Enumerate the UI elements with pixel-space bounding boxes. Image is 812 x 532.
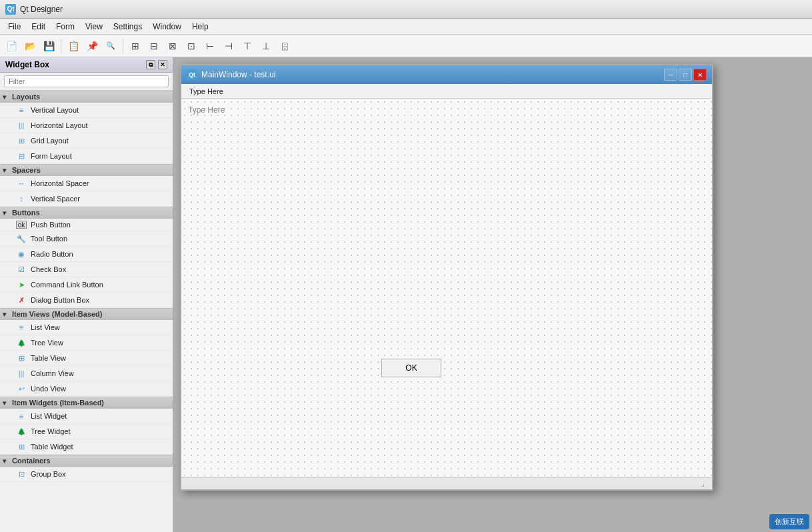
grid-layout-icon: ⊞ [16, 135, 27, 146]
section-item-views[interactable]: Item Views (Model-Based) [0, 308, 173, 320]
toolbar-layout3-btn[interactable]: ⊠ [164, 37, 181, 55]
widget-box-close-btn[interactable]: ✕ [158, 60, 167, 69]
widget-label: List View [31, 323, 60, 331]
toolbar-layout4-btn[interactable]: ⊡ [183, 37, 200, 55]
widget-item-tool-button[interactable]: 🔧 Tool Button [0, 231, 173, 247]
toolbar-open-btn[interactable]: 📂 [21, 37, 39, 55]
widget-item-horizontal-layout[interactable]: ||| Horizontal Layout [0, 118, 173, 133]
qt-maximize-btn[interactable]: □ [679, 69, 692, 81]
qt-window-controls: ─ □ ✕ [664, 69, 707, 81]
widget-item-vertical-spacer[interactable]: ↕ Vertical Spacer [0, 191, 173, 207]
toolbar-sep2 [123, 39, 123, 53]
watermark: 创新互联 [769, 514, 809, 529]
widget-item-form-layout[interactable]: ⊟ Form Layout [0, 149, 173, 164]
widget-item-radio-button[interactable]: ◉ Radio Button [0, 247, 173, 262]
qt-window-titlebar: Qt MainWindow - test.ui ─ □ ✕ [181, 65, 712, 84]
push-button-icon: ok [16, 221, 27, 229]
widget-item-undo-view[interactable]: ↩ Undo View [0, 381, 173, 397]
qt-minimize-btn[interactable]: ─ [664, 69, 677, 81]
widget-item-list-view[interactable]: ≡ List View [0, 320, 173, 335]
widget-label: Tree Widget [31, 427, 71, 435]
filter-box [0, 73, 173, 91]
widget-item-table-view[interactable]: ⊞ Table View [0, 351, 173, 366]
qt-menu-type-here[interactable]: Type Here [184, 86, 229, 97]
menu-bar: File Edit Form View Settings Window Help [0, 19, 812, 35]
section-containers[interactable]: Containers [0, 455, 173, 467]
section-item-widgets[interactable]: Item Widgets (Item-Based) [0, 397, 173, 409]
toolbar-layout1-btn[interactable]: ⊞ [127, 37, 144, 55]
section-layouts[interactable]: Layouts [0, 91, 173, 103]
resize-handle-icon[interactable]: ⌟ [701, 480, 709, 488]
vertical-spacer-icon: ↕ [16, 193, 27, 204]
widget-item-group-box[interactable]: ⊡ Group Box [0, 467, 173, 482]
toolbar-save-btn[interactable]: 💾 [40, 37, 57, 55]
toolbar-preview-btn[interactable]: 🔍 [102, 37, 119, 55]
qt-window-menu: Type Here [181, 84, 712, 99]
menu-window[interactable]: Window [147, 21, 187, 33]
widget-box-float-btn[interactable]: ⧉ [146, 60, 155, 69]
table-view-icon: ⊞ [16, 353, 27, 363]
table-widget-icon: ⊞ [16, 441, 27, 452]
menu-form[interactable]: Form [51, 21, 80, 33]
group-box-icon: ⊡ [16, 469, 27, 479]
widget-label: Horizontal Layout [31, 121, 88, 129]
widget-item-list-widget[interactable]: ≡ List Widget [0, 409, 173, 424]
dialog-button-box-icon: ✗ [16, 295, 27, 305]
form-layout-icon: ⊟ [16, 151, 27, 161]
widget-list: Layouts ≡ Vertical Layout ||| Horizontal… [0, 91, 173, 532]
widget-box-controls: ⧉ ✕ [146, 60, 167, 69]
app-titlebar: Qt Qt Designer [0, 0, 812, 19]
qt-window-statusbar: ⌟ [181, 477, 712, 489]
menu-file[interactable]: File [3, 21, 26, 33]
toolbar-new-btn[interactable]: 📄 [3, 37, 20, 55]
check-box-icon: ☑ [16, 264, 27, 275]
widget-item-dialog-button-box[interactable]: ✗ Dialog Button Box [0, 293, 173, 308]
toolbar-layout5-btn[interactable]: ⊢ [201, 37, 219, 55]
widget-item-tree-view[interactable]: 🌲 Tree View [0, 335, 173, 351]
toolbar-copy-btn[interactable]: 📋 [65, 37, 82, 55]
widget-item-table-widget[interactable]: ⊞ Table Widget [0, 439, 173, 455]
qt-close-btn[interactable]: ✕ [693, 69, 707, 81]
widget-label: Column View [31, 369, 74, 377]
widget-item-command-link-button[interactable]: ➤ Command Link Button [0, 277, 173, 293]
widget-item-horizontal-spacer[interactable]: ↔ Horizontal Spacer [0, 176, 173, 191]
filter-input[interactable] [4, 75, 169, 87]
section-spacers[interactable]: Spacers [0, 164, 173, 176]
widget-label: Check Box [31, 265, 66, 273]
qt-canvas[interactable]: Type Here OK [181, 99, 712, 477]
canvas-area: Qt MainWindow - test.ui ─ □ ✕ Type Here … [173, 57, 812, 532]
qt-window: Qt MainWindow - test.ui ─ □ ✕ Type Here … [180, 64, 713, 491]
qt-window-title: MainWindow - test.ui [201, 70, 275, 79]
qt-window-icon: Qt [187, 69, 197, 80]
toolbar-layout8-btn[interactable]: ⊥ [257, 37, 275, 55]
toolbar-layout2-btn[interactable]: ⊟ [145, 37, 163, 55]
widget-item-tree-widget[interactable]: 🌲 Tree Widget [0, 424, 173, 439]
toolbar-layout9-btn[interactable]: ⌹ [276, 37, 293, 55]
widget-label: Horizontal Spacer [31, 179, 89, 187]
menu-edit[interactable]: Edit [26, 21, 51, 33]
widget-label: Table View [31, 354, 66, 362]
menu-help[interactable]: Help [187, 21, 214, 33]
toolbar-layout6-btn[interactable]: ⊣ [220, 37, 237, 55]
widget-item-check-box[interactable]: ☑ Check Box [0, 262, 173, 277]
vertical-layout-icon: ≡ [16, 105, 27, 115]
widget-item-column-view[interactable]: ||| Column View [0, 366, 173, 381]
qt-window-title-left: Qt MainWindow - test.ui [187, 69, 275, 80]
section-buttons[interactable]: Buttons [0, 207, 173, 219]
toolbar-layout7-btn[interactable]: ⊤ [239, 37, 256, 55]
horizontal-spacer-icon: ↔ [16, 178, 27, 189]
widget-box-panel: Widget Box ⧉ ✕ Layouts ≡ Vertical Layout… [0, 57, 173, 532]
widget-item-grid-layout[interactable]: ⊞ Grid Layout [0, 133, 173, 149]
widget-label: Undo View [31, 385, 66, 393]
tree-view-icon: 🌲 [16, 337, 27, 348]
widget-item-push-button[interactable]: ok Push Button [0, 219, 173, 231]
toolbar-paste-btn[interactable]: 📌 [83, 37, 101, 55]
widget-item-vertical-layout[interactable]: ≡ Vertical Layout [0, 103, 173, 118]
list-widget-icon: ≡ [16, 411, 27, 421]
toolbar: 📄 📂 💾 📋 📌 🔍 ⊞ ⊟ ⊠ ⊡ ⊢ ⊣ ⊤ ⊥ ⌹ [0, 35, 812, 57]
ok-button[interactable]: OK [381, 359, 441, 377]
menu-settings[interactable]: Settings [108, 21, 147, 33]
widget-label: Tool Button [31, 235, 67, 243]
widget-label: List Widget [31, 412, 67, 420]
menu-view[interactable]: View [80, 21, 108, 33]
